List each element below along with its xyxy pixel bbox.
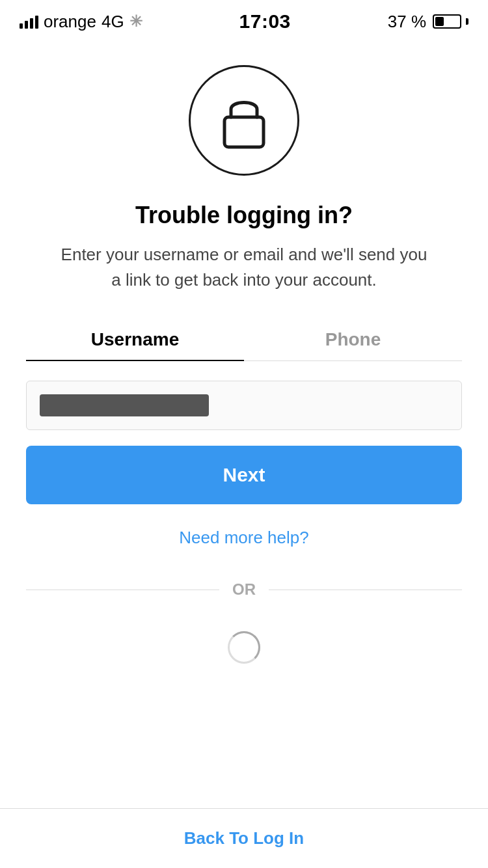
next-button[interactable]: Next [26, 446, 462, 504]
signal-bars-icon [20, 14, 38, 29]
tab-phone[interactable]: Phone [244, 319, 462, 360]
tab-username[interactable]: Username [26, 319, 244, 360]
svg-rect-0 [224, 117, 264, 147]
spinner-icon [228, 631, 260, 664]
status-right: 37 % [388, 12, 468, 32]
tabs-container: Username Phone [26, 319, 462, 361]
status-time: 17:03 [239, 10, 291, 33]
status-bar: orange 4G ✳ 17:03 37 % [0, 0, 488, 39]
status-left: orange 4G ✳ [20, 12, 142, 32]
battery-percent: 37 % [388, 12, 426, 32]
battery-icon [433, 14, 468, 29]
network-type: 4G [102, 12, 124, 32]
loading-spinner [228, 631, 260, 664]
or-text: OR [219, 580, 269, 599]
divider-left [26, 590, 219, 590]
page-title: Trouble logging in? [135, 202, 353, 229]
or-divider: OR [26, 580, 462, 599]
need-help-link[interactable]: Need more help? [179, 528, 308, 548]
carrier-name: orange [44, 12, 96, 32]
divider-right [269, 590, 462, 590]
network-loading-icon: ✳ [129, 12, 142, 31]
username-input-container[interactable] [26, 381, 462, 430]
lock-icon [218, 91, 270, 150]
bottom-area: Back To Log In [0, 808, 488, 868]
back-to-login-link[interactable]: Back To Log In [184, 828, 304, 848]
username-input-masked [40, 394, 209, 416]
lock-circle-icon [189, 65, 299, 176]
main-content: Trouble logging in? Enter your username … [0, 39, 488, 808]
page-description: Enter your username or email and we'll s… [55, 242, 433, 293]
